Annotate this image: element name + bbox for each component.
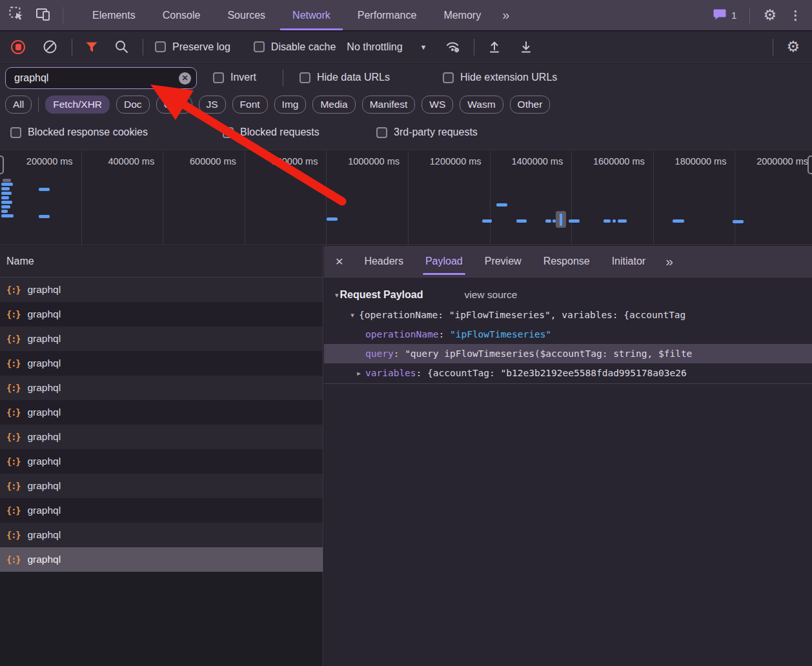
throttling-dropdown[interactable]: No throttling ▼ [347, 41, 427, 53]
chip-font[interactable]: Font [232, 96, 268, 114]
details-tab-initiator[interactable]: Initiator [601, 246, 656, 277]
timeline-tick: 1600000 ms [572, 151, 654, 245]
toolbar-divider-4 [773, 39, 773, 56]
disable-cache-checkbox[interactable] [254, 41, 265, 52]
tab-network[interactable]: Network [279, 0, 344, 30]
fetch-json-icon: {:} [6, 285, 20, 295]
request-row[interactable]: {:}graphql [0, 449, 323, 474]
payload-row-variables[interactable]: ▸variables: {accountTag: "b12e3b2192ee55… [324, 363, 812, 383]
waterfall-bar [1, 201, 12, 204]
request-row[interactable]: {:}graphql [0, 498, 323, 523]
details-tab-payload[interactable]: Payload [414, 246, 474, 277]
details-tab-headers[interactable]: Headers [353, 246, 414, 277]
filter-funnel-icon[interactable] [85, 41, 98, 53]
details-tab-preview[interactable]: Preview [474, 246, 533, 277]
request-row[interactable]: {:}graphql [0, 400, 323, 425]
tab-performance[interactable]: Performance [344, 0, 431, 30]
chip-js[interactable]: JS [199, 96, 226, 114]
chip-all[interactable]: All [5, 96, 32, 114]
payload-key: variables [365, 368, 416, 378]
view-source-link[interactable]: view source [464, 289, 517, 301]
filter-divider [283, 70, 283, 86]
search-icon[interactable] [115, 40, 128, 54]
inspect-element-icon[interactable] [9, 6, 24, 24]
tab-console[interactable]: Console [149, 0, 214, 30]
chip-css[interactable]: CSS [156, 96, 192, 114]
waterfall-bar [613, 219, 616, 223]
request-row[interactable]: {:}graphql [0, 327, 323, 351]
network-conditions-icon[interactable] [445, 40, 461, 54]
request-row[interactable]: {:}graphql [0, 547, 323, 572]
invert-checkbox[interactable] [213, 72, 224, 83]
third-party-requests-checkbox[interactable] [376, 127, 387, 138]
name-column-header[interactable]: Name [0, 246, 323, 278]
payload-summary-row[interactable]: ▾ {operationName: "ipFlowTimeseries", va… [324, 305, 812, 325]
network-filter-bar: ✕ Invert Hide data URLs Hide extension U… [0, 63, 812, 150]
network-settings-gear-icon[interactable]: ⚙ [786, 39, 800, 54]
payload-row-query[interactable]: query: "query ipFlowTimeseries($accountT… [324, 344, 812, 363]
chip-ws[interactable]: WS [421, 96, 453, 114]
waterfall-bar [545, 219, 551, 223]
blocked-requests-checkbox[interactable] [223, 127, 234, 138]
object-expander-icon[interactable]: ▾ [346, 311, 359, 319]
payload-summary-text: {operationName: "ipFlowTimeseries", vari… [359, 310, 685, 320]
fetch-json-icon: {:} [6, 383, 20, 393]
chip-manifest[interactable]: Manifest [362, 96, 416, 114]
timeline-right-handle[interactable] [807, 156, 812, 174]
request-row[interactable]: {:}graphql [0, 523, 323, 547]
hide-data-urls-label: Hide data URLs [317, 72, 390, 83]
request-row[interactable]: {:}graphql [0, 376, 323, 400]
request-row[interactable]: {:}graphql [0, 278, 323, 302]
import-har-icon[interactable] [487, 40, 502, 54]
chip-doc[interactable]: Doc [116, 96, 150, 114]
resource-type-chips: AllFetch/XHRDocCSSJSFontImgMediaManifest… [5, 94, 550, 115]
export-har-icon[interactable] [519, 40, 533, 54]
tab-memory[interactable]: Memory [430, 0, 494, 30]
request-row[interactable]: {:}graphql [0, 351, 323, 376]
tab-sources[interactable]: Sources [214, 0, 279, 30]
expand-icon[interactable]: ▸ [352, 369, 365, 378]
waterfall-bar [1, 214, 14, 217]
request-row[interactable]: {:}graphql [0, 474, 323, 498]
payload-row-operationName[interactable]: operationName: "ipFlowTimeseries" [324, 325, 812, 344]
payload-value: "ipFlowTimeseries" [450, 329, 551, 339]
blocked-response-cookies-checkbox[interactable] [10, 127, 21, 138]
more-tabs-button[interactable]: » [494, 0, 517, 30]
chip-media[interactable]: Media [312, 96, 355, 114]
fetch-json-icon: {:} [6, 358, 20, 368]
details-tab-response[interactable]: Response [533, 246, 601, 277]
chip-fetch-xhr[interactable]: Fetch/XHR [45, 96, 110, 114]
close-details-button[interactable]: ✕ [324, 256, 353, 268]
more-detail-tabs-icon[interactable]: » [656, 254, 682, 269]
request-list: {:}graphql{:}graphql{:}graphql{:}graphql… [0, 278, 323, 572]
tab-elements[interactable]: Elements [79, 0, 149, 30]
waterfall-bar [618, 219, 627, 223]
waterfall-bar [516, 219, 527, 223]
chip-other[interactable]: Other [510, 96, 551, 114]
clear-filter-button[interactable]: ✕ [179, 72, 191, 85]
request-name: graphql [27, 284, 61, 296]
request-row[interactable]: {:}graphql [0, 425, 323, 449]
device-toolbar-icon[interactable] [36, 7, 51, 24]
request-row[interactable]: {:}graphql [0, 302, 323, 327]
kebab-menu-icon[interactable]: ⋮ [789, 9, 802, 21]
chip-wasm[interactable]: Wasm [460, 96, 503, 114]
hide-data-urls-checkbox[interactable] [299, 72, 310, 83]
payload-section-divider [324, 383, 812, 384]
filter-input[interactable] [13, 72, 179, 85]
settings-gear-icon[interactable]: ⚙ [763, 8, 776, 23]
timeline-left-handle[interactable] [0, 156, 4, 174]
waterfall-bar [673, 219, 684, 223]
issues-counter[interactable]: 1 [713, 8, 736, 23]
network-overview-timeline[interactable]: 200000 ms400000 ms600000 ms800000 ms1000… [0, 151, 812, 245]
hide-extension-urls-checkbox[interactable] [443, 72, 454, 83]
waterfall-bar [39, 188, 50, 191]
payload-value: {accountTag: "b12e3b2192ee5588fdad995178… [427, 368, 687, 378]
selected-request-marker [556, 211, 566, 228]
section-expander-icon[interactable]: ▾ [335, 291, 339, 299]
preserve-log-checkbox[interactable] [155, 41, 166, 52]
record-network-log-button[interactable] [11, 40, 25, 54]
chip-img[interactable]: Img [274, 96, 307, 114]
fetch-json-icon: {:} [6, 481, 20, 491]
clear-network-log-button[interactable] [43, 39, 57, 54]
